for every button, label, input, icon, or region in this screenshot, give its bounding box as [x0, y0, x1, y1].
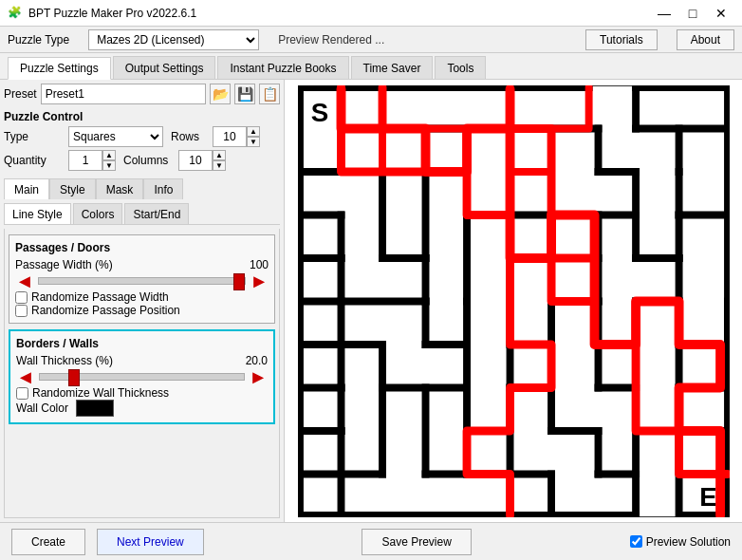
puzzle-type-label: Puzzle Type [8, 33, 69, 47]
randomize-width-checkbox[interactable] [15, 291, 28, 304]
wall-slider-track[interactable] [39, 369, 245, 384]
title-bar-text: BPT Puzzle Maker Pro v2022.6.1 [28, 7, 651, 20]
passage-width-row: Passage Width (%) 100 [15, 258, 269, 271]
columns-label: Columns [123, 154, 171, 167]
type-row: Type Squares Rows ▲ ▼ [4, 126, 280, 147]
wall-track-bg [39, 373, 245, 381]
randomize-position-label: Randomize Passage Position [31, 304, 180, 317]
passage-track-bg [38, 277, 246, 285]
preview-solution-checkbox[interactable] [630, 535, 642, 548]
preview-text: Preview Rendered ... [278, 33, 566, 47]
left-panel: Preset 📂 💾 📋 Puzzle Control Type Squares… [0, 80, 285, 522]
svg-text:E: E [699, 482, 716, 512]
columns-input-group: ▲ ▼ [178, 150, 226, 171]
app-icon: 🧩 [8, 6, 23, 21]
passage-slider-track[interactable] [38, 273, 246, 289]
wall-slider-left-arrow[interactable]: ◄ [16, 367, 35, 386]
maze-svg: S E [298, 85, 730, 517]
preset-label: Preset [4, 87, 37, 101]
preset-save-button[interactable]: 💾 [234, 84, 255, 104]
sub-tab-start-end[interactable]: Start/End [124, 203, 189, 224]
passage-slider-knob[interactable] [233, 273, 245, 290]
passage-slider-left-arrow[interactable]: ◄ [15, 271, 34, 290]
randomize-thickness-label: Randomize Wall Thickness [32, 386, 169, 400]
quantity-spin-down[interactable]: ▼ [102, 160, 116, 171]
passage-width-label: Passage Width (%) [15, 258, 236, 271]
right-panel: S E [285, 80, 742, 522]
preset-input[interactable] [41, 84, 206, 104]
tab-time-saver[interactable]: Time Saver [351, 56, 434, 79]
wall-color-label: Wall Color [16, 401, 68, 415]
columns-spin-down[interactable]: ▼ [213, 160, 226, 171]
quantity-spin-up[interactable]: ▲ [102, 150, 116, 160]
preset-row: Preset 📂 💾 📋 [4, 84, 280, 104]
passage-slider-row: ◄ ► [15, 271, 269, 290]
sub-tab-colors[interactable]: Colors [73, 203, 123, 224]
minimize-button[interactable]: — [651, 4, 677, 23]
tutorials-button[interactable]: Tutorials [585, 29, 658, 50]
puzzle-type-select[interactable]: Mazes 2D (Licensed) [88, 29, 259, 50]
inner-tab-style[interactable]: Style [49, 178, 96, 199]
puzzle-control-title: Puzzle Control [4, 110, 280, 123]
columns-spin-up[interactable]: ▲ [213, 150, 226, 160]
wall-thickness-value: 20.0 [239, 354, 268, 367]
wall-slider-row: ◄ ► [16, 367, 268, 386]
about-button[interactable]: About [677, 29, 734, 50]
rows-label: Rows [171, 130, 205, 143]
wall-slider-knob[interactable] [68, 369, 80, 386]
passages-section: Passages / Doors Passage Width (%) 100 ◄… [9, 234, 275, 324]
quantity-input[interactable] [68, 150, 102, 171]
columns-input[interactable] [178, 150, 213, 171]
preset-folder-button[interactable]: 📂 [210, 84, 231, 104]
bottom-bar: Create Next Preview Save Preview Preview… [0, 522, 742, 560]
passage-width-value: 100 [240, 258, 269, 271]
title-bar-controls: — □ ✕ [651, 4, 734, 23]
tab-tools[interactable]: Tools [435, 56, 486, 79]
type-select[interactable]: Squares [68, 126, 163, 147]
quantity-label: Quantity [4, 154, 61, 167]
maximize-button[interactable]: □ [679, 4, 706, 23]
content-area: Passages / Doors Passage Width (%) 100 ◄… [4, 229, 280, 518]
passage-slider-right-arrow[interactable]: ► [250, 271, 269, 290]
sub-tabs: Line Style Colors Start/End [4, 203, 280, 225]
save-preview-button[interactable]: Save Preview [362, 529, 471, 555]
wall-color-swatch[interactable] [76, 400, 114, 417]
inner-tab-mask[interactable]: Mask [96, 178, 144, 199]
wall-thickness-row: Wall Thickness (%) 20.0 [16, 354, 268, 367]
wall-slider-right-arrow[interactable]: ► [249, 367, 268, 386]
randomize-width-label: Randomize Passage Width [31, 290, 169, 304]
tab-instant-puzzle-books[interactable]: Instant Puzzle Books [217, 56, 348, 79]
tab-puzzle-settings[interactable]: Puzzle Settings [8, 57, 111, 80]
title-bar: 🧩 BPT Puzzle Maker Pro v2022.6.1 — □ ✕ [0, 0, 742, 27]
close-button[interactable]: ✕ [708, 4, 734, 23]
quantity-input-group: ▲ ▼ [68, 150, 116, 171]
randomize-position-row: Randomize Passage Position [15, 304, 269, 317]
maze-container: S E [298, 85, 730, 517]
borders-title: Borders / Walls [16, 337, 268, 350]
preset-saveas-button[interactable]: 📋 [259, 84, 280, 104]
next-preview-button[interactable]: Next Preview [97, 529, 204, 555]
randomize-thickness-checkbox[interactable] [16, 387, 28, 400]
inner-tabs: Main Style Mask Info [4, 178, 280, 199]
inner-tab-main[interactable]: Main [4, 178, 49, 199]
randomize-width-row: Randomize Passage Width [15, 290, 269, 304]
rows-spin-down[interactable]: ▼ [247, 137, 260, 147]
quantity-row: Quantity ▲ ▼ Columns ▲ ▼ [4, 150, 280, 171]
wall-color-row: Wall Color [16, 400, 268, 417]
wall-thickness-label: Wall Thickness (%) [16, 354, 235, 367]
svg-text:S: S [310, 97, 327, 126]
type-label: Type [4, 130, 61, 143]
menu-bar: Puzzle Type Mazes 2D (Licensed) Preview … [0, 27, 742, 53]
randomize-thickness-row: Randomize Wall Thickness [16, 386, 268, 400]
inner-tab-info[interactable]: Info [143, 178, 183, 199]
rows-input[interactable] [213, 126, 247, 147]
create-button[interactable]: Create [11, 529, 85, 555]
rows-spin-up[interactable]: ▲ [247, 126, 260, 137]
puzzle-control-section: Puzzle Control Type Squares Rows ▲ ▼ Qua… [4, 108, 280, 171]
tab-output-settings[interactable]: Output Settings [113, 56, 216, 79]
randomize-position-checkbox[interactable] [15, 305, 28, 317]
main-tabs: Puzzle Settings Output Settings Instant … [0, 53, 742, 80]
borders-section: Borders / Walls Wall Thickness (%) 20.0 … [9, 329, 275, 424]
main-layout: Preset 📂 💾 📋 Puzzle Control Type Squares… [0, 80, 742, 522]
sub-tab-line-style[interactable]: Line Style [4, 203, 71, 224]
